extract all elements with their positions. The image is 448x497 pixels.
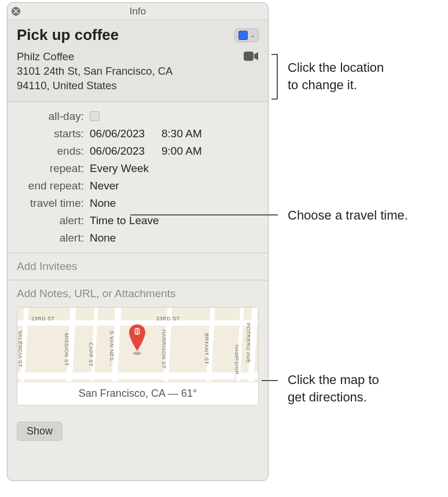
row-travel-time: travel time: None: [17, 197, 259, 210]
alert2-value[interactable]: None: [90, 232, 116, 244]
window-title: Info: [130, 6, 146, 17]
map[interactable]: 23RD ST 23RD ST VALENCIA ST MISSION ST C…: [17, 308, 258, 382]
video-camera-icon[interactable]: [244, 51, 259, 64]
bracket-location: [271, 54, 277, 99]
invitees-placeholder: Add Invitees: [17, 260, 78, 272]
event-location[interactable]: Philz Coffee 3101 24th St, San Francisco…: [17, 50, 172, 93]
callout-map: Click the map to get directions.: [288, 371, 379, 405]
details-section: all-day: starts: 06/06/2023 8:30 AM ends…: [8, 102, 268, 253]
leader-travel: [130, 214, 278, 215]
location-country: 94110, United States: [17, 79, 172, 93]
row-alert-2: alert: None: [17, 232, 259, 244]
location-name: Philz Coffee: [17, 50, 172, 64]
end-time[interactable]: 9:00 AM: [161, 145, 202, 158]
titlebar: Info: [8, 3, 268, 20]
map-weather: San Francisco, CA — 61°: [17, 382, 258, 405]
notes-placeholder[interactable]: Add Notes, URL, or Attachments: [17, 287, 176, 299]
event-title[interactable]: Pick up coffee: [17, 26, 119, 44]
end-date[interactable]: 06/06/2023: [90, 145, 161, 158]
show-button[interactable]: Show: [17, 422, 63, 441]
chevron-down-icon: ⌄: [250, 31, 255, 39]
alert1-value[interactable]: Time to Leave: [90, 214, 159, 227]
row-end-repeat: end repeat: Never: [17, 180, 259, 192]
end-repeat-value[interactable]: Never: [90, 180, 119, 192]
callout-location: Click the location to change it.: [288, 59, 384, 93]
leader-map: [262, 380, 278, 381]
notes-section: Add Notes, URL, or Attachments 23RD ST 2…: [8, 280, 268, 415]
location-street: 3101 24th St, San Francisco, CA: [17, 64, 172, 79]
calendar-color-swatch: [238, 31, 248, 40]
svg-rect-2: [135, 328, 139, 334]
callout-travel: Choose a travel time.: [288, 207, 408, 224]
repeat-value[interactable]: Every Week: [90, 162, 149, 175]
map-container: 23RD ST 23RD ST VALENCIA ST MISSION ST C…: [17, 307, 259, 405]
row-allday: all-day:: [17, 110, 259, 123]
row-starts: starts: 06/06/2023 8:30 AM: [17, 127, 259, 140]
svg-rect-0: [244, 52, 254, 61]
travel-time-value[interactable]: None: [90, 197, 116, 210]
footer: Show: [8, 415, 268, 448]
map-pin-icon: [128, 324, 146, 356]
row-alert-1: alert: Time to Leave: [17, 214, 259, 227]
calendar-picker[interactable]: ⌄: [234, 28, 259, 42]
close-icon[interactable]: [12, 7, 20, 16]
svg-point-1: [133, 352, 141, 355]
start-date[interactable]: 06/06/2023: [90, 127, 161, 140]
row-repeat: repeat: Every Week: [17, 162, 259, 175]
invitees-section[interactable]: Add Invitees: [8, 253, 268, 280]
row-ends: ends: 06/06/2023 9:00 AM: [17, 145, 259, 158]
event-header: Pick up coffee ⌄ Philz Coffee 3101 24th …: [8, 20, 268, 102]
event-info-panel: Info Pick up coffee ⌄ Philz Coffee 3101 …: [7, 2, 269, 481]
start-time[interactable]: 8:30 AM: [161, 127, 202, 140]
allday-checkbox[interactable]: [90, 111, 100, 121]
